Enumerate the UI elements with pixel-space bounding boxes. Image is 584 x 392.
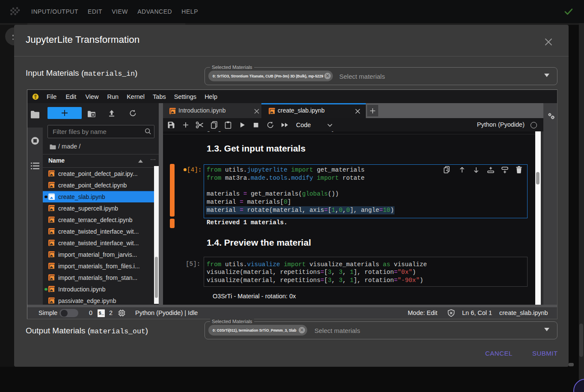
svg-text:Code: Code: [296, 122, 311, 128]
